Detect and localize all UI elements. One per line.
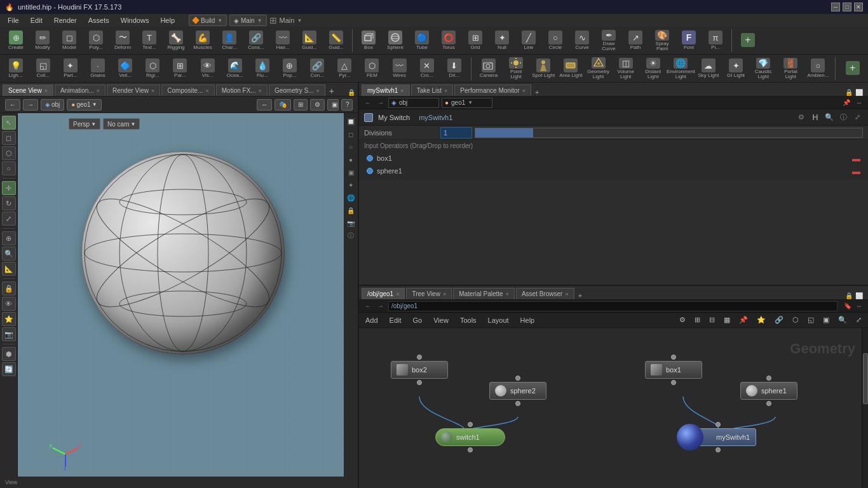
close-button[interactable]: ✕ (854, 3, 863, 11)
node-sphere1[interactable]: sphere1 (740, 376, 797, 406)
menu-windows[interactable]: Windows (116, 16, 154, 25)
tool-box[interactable]: Box (355, 29, 382, 53)
node-box2-bottom-port[interactable] (417, 380, 422, 385)
node-sphere1-bottom-port[interactable] (766, 401, 771, 406)
tab-render-view[interactable]: Render View × (107, 85, 160, 96)
viewport-help-button[interactable]: ? (341, 99, 353, 111)
ne-menu-edit[interactable]: Edit (386, 315, 405, 326)
viewport-display-button[interactable]: 🎭 (275, 99, 291, 111)
menu-render[interactable]: Render (49, 16, 82, 25)
tab-close-animation[interactable]: × (97, 88, 100, 94)
param-divisions-value[interactable]: 1 (440, 127, 472, 139)
light-tool-area-light[interactable]: Area Light (558, 57, 584, 81)
ne-nav-back[interactable]: ← (363, 301, 373, 311)
node-sphere1-top-port[interactable] (766, 376, 771, 381)
tab-composite[interactable]: Composite... × (161, 85, 214, 96)
zoom-tool[interactable]: 🔍 (2, 247, 16, 261)
light-tool-flu[interactable]: 💧Flu... (249, 57, 275, 81)
tab-close-perf-monitor[interactable]: × (522, 88, 526, 94)
reset-tool[interactable]: 🔄 (2, 362, 16, 376)
ne-nav-icon[interactable]: ⬡ (789, 315, 803, 326)
light-tool-volume-light[interactable]: ◫Volume Light (613, 57, 639, 81)
tool-modify[interactable]: ✏Modify (29, 29, 56, 53)
light-tool-geo-light[interactable]: Geometry Light (585, 57, 611, 81)
tab-perf-monitor[interactable]: Performance Monitor × (454, 85, 531, 96)
tool-spray-paint[interactable]: 🎨Spray Paint (649, 29, 675, 53)
light-tool-vis[interactable]: 👁Vis... (194, 57, 220, 81)
ne-menu-tools[interactable]: Tools (456, 315, 480, 326)
nav-back-button[interactable]: ← (5, 99, 20, 111)
tab-close-asset-browser[interactable]: × (565, 291, 568, 297)
ne-menu-help[interactable]: Help (517, 315, 539, 326)
ne-canvas[interactable]: Geometry (359, 328, 868, 488)
node-sphere2-bottom-port[interactable] (515, 401, 520, 406)
ne-tree-icon[interactable]: ⊞ (691, 315, 704, 326)
viewport[interactable]: Persp ▼ No cam ▼ x y (18, 113, 358, 477)
tool-create[interactable]: ⊕Create (3, 29, 29, 53)
flag-tool[interactable]: ⭐ (2, 312, 16, 326)
tool-pi[interactable]: πPi... (702, 29, 729, 53)
tab-close-tree-view[interactable]: × (443, 291, 446, 297)
light-tool-gi-light[interactable]: ✦GI Light (723, 57, 749, 81)
param-pin-button[interactable]: 📌 (841, 98, 851, 108)
menu-file[interactable]: File (3, 16, 24, 25)
io-remove-box1[interactable]: ▬ (852, 154, 860, 163)
ne-menu-layout[interactable]: Layout (484, 315, 513, 326)
param-info-icon[interactable]: ⓘ (837, 112, 849, 123)
measure-tool[interactable]: 📐 (2, 262, 16, 276)
rst-display[interactable]: 🔲 (345, 116, 356, 127)
pivot-tool[interactable]: ⊕ (2, 231, 16, 245)
param-search-icon[interactable]: 🔍 (824, 112, 835, 123)
rst-wireframe[interactable]: ◻ (345, 128, 356, 140)
tab-close-myswitch[interactable]: × (400, 88, 403, 94)
node-box2[interactable]: box2 (391, 355, 448, 385)
param-divisions-slider[interactable] (475, 128, 863, 138)
node-switch1[interactable]: switch1 (435, 422, 505, 452)
light-tool-portal-light[interactable]: 🚪Portal Light (778, 57, 804, 81)
light-tool-par[interactable]: ⊞Par... (167, 57, 193, 81)
ne-settings-icon[interactable]: ⚙ (675, 315, 689, 326)
tab-close-geometry-s[interactable]: × (316, 88, 320, 94)
main-selector[interactable]: ◈ Main ▼ (229, 15, 266, 26)
ne-sync-button[interactable]: ↔ (854, 301, 864, 311)
maximize-button[interactable]: □ (843, 3, 851, 11)
tool-tube[interactable]: 🔵Tube (409, 29, 435, 53)
rst-light[interactable]: ✦ (345, 179, 356, 191)
tab-material-palette[interactable]: Material Palette × (453, 288, 515, 299)
tab-motion-fx[interactable]: Motion FX... × (216, 85, 268, 96)
tool-guid2[interactable]: 📏Guid... (323, 29, 349, 53)
light-tool-caustic-light[interactable]: 💎Caustic Light (750, 57, 776, 81)
box-select-tool[interactable]: ◻ (2, 131, 16, 145)
light-tool-distant-light[interactable]: ☀Distant Light (640, 57, 666, 81)
rst-tex[interactable]: ▣ (345, 166, 356, 178)
rst-info[interactable]: ⓘ (345, 230, 356, 241)
light-tool-camera[interactable]: Camera (475, 57, 501, 81)
ne-search-icon[interactable]: 🔍 (834, 315, 851, 326)
param-gear-icon[interactable]: ⚙ (796, 112, 807, 123)
io-item-sphere1[interactable]: sphere1 ▬ (364, 165, 863, 177)
tool-grid[interactable]: ⊞Grid (462, 29, 489, 53)
ne-scrollbar[interactable] (862, 328, 868, 488)
nav-obj-selector[interactable]: ◈ obj (41, 99, 64, 111)
param-sync-button[interactable]: ↔ (854, 98, 864, 108)
persp-button[interactable]: Persp ▼ (69, 118, 100, 130)
light-tool-point-light[interactable]: Point Light (503, 57, 529, 81)
tab-animation[interactable]: Animation... × (55, 85, 105, 96)
tool-model[interactable]: ◻Model (56, 29, 83, 53)
light-tool-spot-light[interactable]: Spot Light (531, 57, 557, 81)
tab-close-material-palette[interactable]: × (506, 291, 509, 297)
ne-flag-icon[interactable]: ⭐ (753, 315, 770, 326)
node-switch1-bottom-port[interactable] (468, 447, 473, 452)
ne-bookmark-button[interactable]: 🔖 (843, 301, 853, 311)
tab-close-render-view[interactable]: × (151, 88, 154, 94)
lasso-select-tool[interactable]: ⬡ (2, 146, 16, 160)
tool-draw-curve[interactable]: ✒Draw Curve (595, 29, 622, 53)
rst-smooth[interactable]: ○ (345, 141, 356, 152)
tool-null[interactable]: ✦Null (489, 29, 515, 53)
param-nav-forward[interactable]: → (376, 98, 386, 108)
light-tool-rigi[interactable]: ⬡Rigi... (140, 57, 166, 81)
node-switch1-body[interactable]: switch1 (435, 428, 505, 446)
tab-tree-view[interactable]: Tree View × (406, 288, 452, 299)
param-obj-path[interactable]: ◈ obj (388, 98, 439, 108)
tool-plus[interactable]: + (735, 29, 761, 53)
